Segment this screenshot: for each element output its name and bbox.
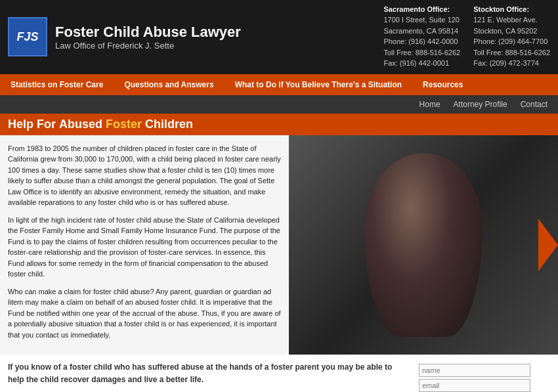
site-subtitle: Law Office of Frederick J. Sette: [55, 41, 241, 51]
stockton-office-name: Stockton Office:: [473, 5, 550, 13]
secondary-nav: Home Attorney Profile Contact: [0, 95, 558, 114]
bottom-section: If you know of a foster child who has su…: [0, 355, 558, 392]
article-p2: In light of the high incident rate of fo…: [8, 215, 281, 280]
stockton-fax: Fax: (209) 472-3774: [473, 58, 550, 69]
nav-home[interactable]: Home: [419, 100, 440, 109]
contact-info: Sacramento Office: 1700 I Street, Suite …: [383, 5, 550, 69]
child-silhouette: [364, 153, 483, 337]
stockton-tollfree: Toll Free: 888-516-6262: [473, 47, 550, 58]
title-help: Help For: [8, 118, 59, 131]
logo-text: FJS: [16, 30, 38, 44]
sacramento-address1: 1700 I Street, Suite 120: [383, 14, 460, 26]
sacramento-tollfree: Toll Free: 888-516-6262: [383, 47, 460, 58]
sacramento-office-name: Sacramento Office:: [383, 5, 460, 13]
page-title: Help For Abused Foster Children: [8, 118, 550, 131]
nav-statistics[interactable]: Statistics on Foster Care: [0, 74, 114, 95]
stockton-address1: 121 E. Webber Ave.: [473, 14, 550, 26]
bottom-line1-strong: If you know of a foster child who has su…: [8, 362, 392, 384]
article: From 1983 to 2005 the number of children…: [0, 135, 289, 355]
title-foster: Foster: [106, 118, 142, 131]
name-input[interactable]: [419, 364, 530, 377]
main-content: From 1983 to 2005 the number of children…: [0, 135, 558, 355]
bottom-line1: If you know of a foster child who has su…: [8, 361, 402, 386]
sacramento-address2: Sacramento, CA 95814: [383, 26, 460, 37]
bottom-text: If you know of a foster child who has su…: [8, 361, 408, 392]
title-abused: Abused: [59, 118, 102, 131]
stockton-office: Stockton Office: 121 E. Webber Ave. Stoc…: [473, 5, 550, 69]
nav-questions[interactable]: Questions and Answers: [114, 74, 224, 95]
sacramento-fax: Fax: (916) 442-0001: [383, 58, 460, 69]
header: FJS Foster Child Abuse Lawyer Law Office…: [0, 0, 558, 74]
article-p1: From 1983 to 2005 the number of children…: [8, 143, 281, 208]
stockton-phone: Phone: (209) 464-7700: [473, 36, 550, 47]
page-title-bar: Help For Abused Foster Children: [0, 114, 558, 135]
nav-situation[interactable]: What to Do if You Believe There's a Situ…: [225, 74, 412, 95]
sacramento-phone: Phone: (916) 442-0000: [383, 36, 460, 47]
title-children: Children: [145, 118, 193, 131]
nav-resources[interactable]: Resources: [412, 74, 473, 95]
logo-area: FJS Foster Child Abuse Lawyer Law Office…: [8, 17, 241, 56]
logo: FJS: [8, 17, 47, 56]
nav-attorney-profile[interactable]: Attorney Profile: [454, 100, 507, 109]
photo-area: [289, 135, 558, 355]
primary-nav: Statistics on Foster Care Questions and …: [0, 74, 558, 95]
email-input[interactable]: [419, 379, 530, 392]
site-name: Foster Child Abuse Lawyer: [55, 24, 241, 41]
site-title: Foster Child Abuse Lawyer Law Office of …: [55, 24, 241, 51]
sacramento-office: Sacramento Office: 1700 I Street, Suite …: [383, 5, 460, 69]
contact-form: 57144 enter code: Submit: [419, 361, 550, 392]
article-p3: Who can make a claim for foster child ab…: [8, 286, 281, 341]
photo-placeholder: [289, 135, 558, 355]
stockton-address2: Stockton, CA 95202: [473, 26, 550, 37]
nav-contact[interactable]: Contact: [521, 100, 547, 109]
